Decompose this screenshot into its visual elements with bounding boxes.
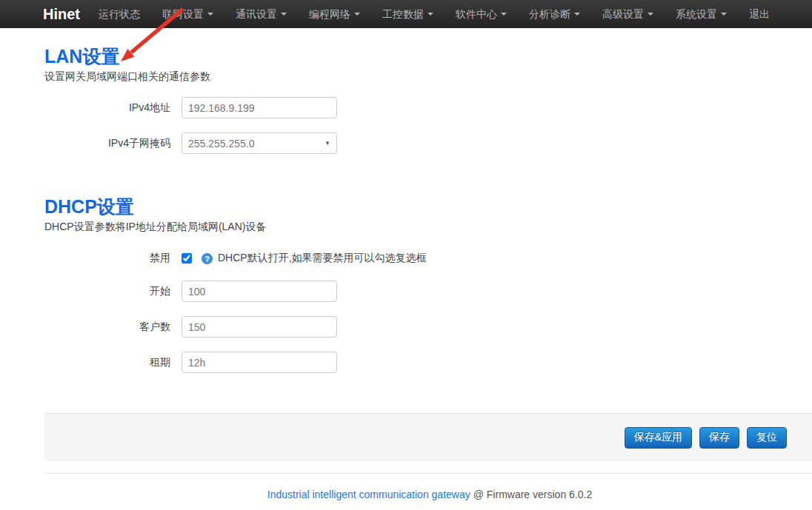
nav-item-system-settings[interactable]: 系统设置 (665, 0, 738, 28)
dhcp-clients-label: 客户数 (44, 321, 182, 334)
dhcp-section-subtitle: DHCP设置参数将IP地址分配给局域网(LAN)设备 (44, 221, 812, 232)
ipv4-address-input[interactable] (182, 97, 337, 118)
nav-item-label: 运行状态 (99, 0, 140, 28)
nav-item-label: 分析诊断 (529, 0, 570, 28)
nav-item-advanced-settings[interactable]: 高级设置 (591, 0, 665, 28)
action-bar: 保存&应用 保存 复位 (44, 413, 812, 461)
dhcp-disable-row: 禁用 ? DHCP默认打开,如果需要禁用可以勾选复选框 (44, 252, 812, 265)
nav-item-label: 高级设置 (602, 0, 644, 28)
brand[interactable]: Hinet (43, 6, 80, 23)
dhcp-clients-input[interactable] (182, 316, 337, 338)
dhcp-disable-label: 禁用 (44, 252, 182, 265)
ipv4-netmask-select[interactable]: 255.255.255.0 ▼ (182, 132, 337, 154)
lan-section-subtitle: 设置网关局域网端口相关的通信参数 (44, 70, 812, 82)
ipv4-address-row: IPv4地址 (44, 97, 812, 118)
dhcp-section-title: DHCP设置 (44, 196, 812, 218)
dhcp-lease-input[interactable] (182, 352, 337, 373)
nav-item-logout[interactable]: 退出 (738, 0, 781, 28)
dhcp-lease-row: 租期 (44, 352, 812, 373)
ipv4-netmask-label: IPv4子网掩码 (44, 137, 182, 150)
top-navbar: Hinet 运行状态 联网设置 通讯设置 编程网络 工控数据 软件中心 分析诊断… (0, 0, 812, 28)
nav-item-label: 退出 (749, 0, 770, 28)
nav-item-network-settings[interactable]: 联网设置 (151, 0, 224, 28)
dhcp-clients-row: 客户数 (44, 316, 812, 338)
select-caret-down-icon: ▼ (325, 140, 330, 147)
footer-firmware-text: @ Firmware version 6.0.2 (473, 489, 592, 500)
nav-item-running-status[interactable]: 运行状态 (87, 0, 151, 28)
caret-down-icon (501, 13, 507, 16)
ipv4-netmask-selected-value: 255.255.255.0 (188, 138, 255, 150)
dhcp-start-label: 开始 (44, 285, 182, 298)
caret-down-icon (281, 13, 287, 16)
caret-down-icon (207, 13, 213, 16)
nav-item-label: 编程网络 (309, 0, 350, 28)
caret-down-icon (721, 13, 727, 16)
lan-section-title: LAN设置 (44, 46, 812, 67)
dhcp-start-input[interactable] (182, 281, 337, 302)
dhcp-start-row: 开始 (44, 281, 812, 302)
reset-button[interactable]: 复位 (747, 427, 787, 449)
caret-down-icon (354, 13, 360, 16)
dhcp-disable-checkbox[interactable] (182, 253, 192, 264)
nav-item-industrial-data[interactable]: 工控数据 (371, 0, 445, 28)
nav-item-software-center[interactable]: 软件中心 (445, 0, 518, 28)
nav-item-label: 软件中心 (456, 0, 497, 28)
nav-item-programming-network[interactable]: 编程网络 (298, 0, 371, 28)
nav-item-label: 系统设置 (676, 0, 717, 28)
save-apply-button[interactable]: 保存&应用 (625, 427, 692, 449)
caret-down-icon (574, 13, 580, 16)
nav-item-label: 工控数据 (382, 0, 424, 28)
help-icon[interactable]: ? (202, 253, 213, 264)
nav-item-analysis-diagnosis[interactable]: 分析诊断 (518, 0, 591, 28)
footer-gateway-link[interactable]: Industrial intelligent communication gat… (267, 489, 470, 500)
ipv4-netmask-row: IPv4子网掩码 255.255.255.0 ▼ (44, 132, 812, 154)
ipv4-address-label: IPv4地址 (44, 101, 182, 115)
caret-down-icon (648, 13, 653, 16)
nav-item-comm-settings[interactable]: 通讯设置 (224, 0, 298, 28)
save-button[interactable]: 保存 (699, 427, 739, 449)
dhcp-lease-label: 租期 (44, 356, 182, 369)
caret-down-icon (427, 13, 433, 16)
nav-item-label: 通讯设置 (236, 0, 277, 28)
page-footer: Industrial intelligent communication gat… (44, 473, 812, 500)
nav-item-label: 联网设置 (162, 0, 204, 28)
main-content: LAN设置 设置网关局域网端口相关的通信参数 IPv4地址 IPv4子网掩码 2… (44, 46, 812, 500)
dhcp-disable-hint: DHCP默认打开,如果需要禁用可以勾选复选框 (218, 252, 427, 265)
